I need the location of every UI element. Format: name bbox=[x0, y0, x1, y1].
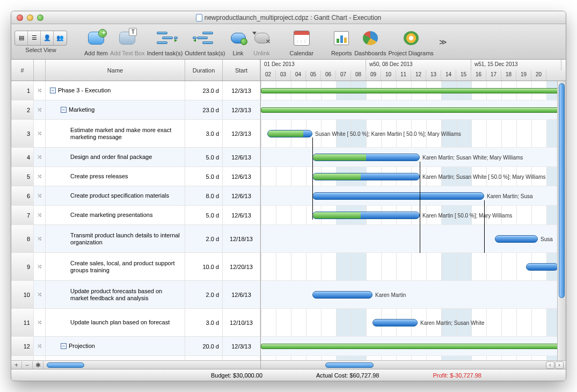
task-name-cell[interactable]: −Projection bbox=[46, 337, 185, 355]
task-row[interactable]: 1⤭−Phase 3 - Execution23.0 d12/3/13 bbox=[11, 81, 260, 100]
outdent-button[interactable]: ◂ Outdent task(s) bbox=[185, 27, 225, 56]
collapse-toggle[interactable]: − bbox=[61, 343, 67, 349]
task-duration[interactable]: 20.0 d bbox=[185, 356, 223, 360]
task-duration[interactable]: 3.0 d bbox=[185, 309, 223, 336]
row-flags-icon[interactable]: ⤭ bbox=[34, 120, 46, 147]
timeline-row[interactable]: Karen Martin; Susan White; Mary Williams bbox=[261, 148, 566, 167]
timeline-row[interactable]: Karen Martin; Susan White [ 50.0 %]; Mar… bbox=[261, 167, 566, 186]
summary-bar[interactable] bbox=[261, 107, 561, 113]
timeline-row[interactable] bbox=[261, 81, 566, 100]
window-minimize-button[interactable] bbox=[27, 14, 33, 21]
vertical-scrollbar[interactable] bbox=[557, 81, 566, 360]
indent-button[interactable]: ▸ Indent task(s) bbox=[147, 27, 183, 56]
task-bar[interactable]: Karen Martin; Susa bbox=[312, 192, 484, 200]
timeline-row[interactable] bbox=[261, 356, 566, 360]
task-row[interactable]: 8⤭Transmit product launch details to int… bbox=[11, 225, 260, 253]
task-bar[interactable]: Karen Martin; Susan White [ 50.0 %]; Mar… bbox=[312, 173, 420, 180]
add-text-box-button[interactable]: Add Text Box bbox=[110, 27, 145, 56]
select-view-segmented[interactable]: ▤ ☰ 👤 👥 bbox=[14, 31, 67, 46]
project-diagrams-button[interactable]: Project Diagrams bbox=[388, 27, 433, 56]
row-flags-icon[interactable]: ⤭ bbox=[34, 253, 46, 280]
task-row[interactable]: 5⤭Create press releases5.0 d12/6/13 bbox=[11, 167, 260, 186]
grid-options-button[interactable]: ✱ bbox=[33, 361, 43, 369]
task-bar[interactable]: Susa bbox=[495, 235, 538, 243]
task-duration[interactable]: 5.0 d bbox=[185, 148, 223, 166]
view-icon-list[interactable]: ☰ bbox=[28, 31, 41, 45]
row-flags-icon[interactable]: ⤭ bbox=[34, 148, 46, 166]
task-row[interactable]: 7⤭Create marketing presentations5.0 d12/… bbox=[11, 206, 260, 225]
task-duration[interactable]: 20.0 d bbox=[185, 337, 223, 355]
task-duration[interactable]: 2.0 d bbox=[185, 225, 223, 252]
task-start[interactable]: 12/6/13 bbox=[223, 148, 260, 166]
window-close-button[interactable] bbox=[17, 14, 23, 21]
row-flags-icon[interactable]: ⤭ bbox=[34, 186, 46, 205]
task-start[interactable]: 12/6/13 bbox=[223, 186, 260, 205]
add-item-button[interactable]: Add Item bbox=[84, 27, 108, 56]
task-name-cell[interactable]: −Phase 3 - Execution bbox=[46, 81, 185, 100]
task-start[interactable]: 12/3/13 bbox=[223, 337, 260, 355]
task-name-cell[interactable]: −Marketing bbox=[46, 100, 185, 119]
task-name-cell[interactable]: Create sales, local, and product support… bbox=[46, 253, 185, 280]
task-start[interactable]: 12/3/13 bbox=[223, 356, 260, 360]
task-bar[interactable]: Karen Martin bbox=[312, 291, 373, 299]
task-row[interactable]: 13⤭Complete and test product20.0 d12/3/1… bbox=[11, 356, 260, 360]
task-start[interactable]: 12/3/13 bbox=[223, 100, 260, 119]
vscroll-thumb[interactable] bbox=[559, 83, 565, 298]
timeline-row[interactable]: Karen Martin; Susa bbox=[261, 186, 566, 206]
view-icon-person[interactable]: 👤 bbox=[41, 31, 54, 45]
header-num[interactable]: # bbox=[11, 60, 34, 81]
task-duration[interactable]: 3.0 d bbox=[185, 120, 223, 147]
toolbar-overflow-button[interactable]: ≫ bbox=[436, 38, 450, 46]
collapse-toggle[interactable]: − bbox=[61, 107, 67, 113]
task-start[interactable]: 12/3/13 bbox=[223, 120, 260, 147]
task-row[interactable]: 12⤭−Projection20.0 d12/3/13 bbox=[11, 337, 260, 356]
dashboards-button[interactable]: Dashboards bbox=[354, 27, 386, 56]
task-row[interactable]: 9⤭Create sales, local, and product suppo… bbox=[11, 253, 260, 281]
task-name-cell[interactable]: Create product specification materials bbox=[46, 186, 185, 205]
timeline-row[interactable]: Susa bbox=[261, 225, 566, 253]
task-row[interactable]: 10⤭Update product forecasts based on mar… bbox=[11, 281, 260, 309]
task-row[interactable]: 6⤭Create product specification materials… bbox=[11, 186, 260, 206]
task-duration[interactable]: 5.0 d bbox=[185, 167, 223, 186]
task-start[interactable]: 12/3/13 bbox=[223, 81, 260, 100]
header-duration[interactable]: Duration bbox=[185, 60, 223, 81]
link-button[interactable]: Link bbox=[228, 27, 249, 56]
timeline-row[interactable]: Karen Martin bbox=[261, 281, 566, 309]
header-name[interactable]: Name bbox=[46, 60, 185, 81]
zoom-in-button[interactable]: › bbox=[555, 361, 564, 369]
reports-button[interactable]: Reports bbox=[331, 27, 352, 56]
task-duration[interactable]: 10.0 d bbox=[185, 253, 223, 280]
timeline-hscroll-thumb[interactable] bbox=[325, 362, 374, 368]
task-row[interactable]: 11⤭Update launch plan based on forecast3… bbox=[11, 309, 260, 337]
row-flags-icon[interactable]: ⤭ bbox=[34, 337, 46, 355]
timeline-row[interactable] bbox=[261, 253, 566, 281]
task-duration[interactable]: 5.0 d bbox=[185, 206, 223, 224]
timeline-row[interactable]: Susan White [ 50.0 %]; Karen Martin [ 50… bbox=[261, 120, 566, 148]
task-duration[interactable]: 8.0 d bbox=[185, 186, 223, 205]
remove-row-button[interactable]: − bbox=[22, 361, 33, 369]
task-start[interactable]: 12/6/13 bbox=[223, 206, 260, 224]
summary-bar[interactable] bbox=[261, 88, 561, 93]
task-name-cell[interactable]: Transmit product launch details to inter… bbox=[46, 225, 185, 252]
row-flags-icon[interactable]: ⤭ bbox=[34, 206, 46, 224]
row-flags-icon[interactable]: ⤭ bbox=[34, 81, 46, 100]
task-row[interactable]: 2⤭−Marketing23.0 d12/3/13 bbox=[11, 100, 260, 120]
task-start[interactable]: 12/10/13 bbox=[223, 309, 260, 336]
header-start[interactable]: Start bbox=[223, 60, 260, 81]
timeline-row[interactable]: Karen Martin; Susan White bbox=[261, 309, 566, 337]
task-bar[interactable]: Karen Martin; Susan White bbox=[373, 319, 418, 326]
task-name-cell[interactable]: Update product forecasts based on market… bbox=[46, 281, 185, 308]
grid-hscroll-thumb[interactable] bbox=[47, 362, 84, 368]
task-bar[interactable]: Karen Martin [ 50.0 %]; Mary Williams bbox=[312, 212, 420, 219]
task-bar[interactable]: Susan White [ 50.0 %]; Karen Martin [ 50… bbox=[267, 130, 312, 137]
timeline-row[interactable] bbox=[261, 100, 566, 120]
task-name-cell[interactable]: Complete and test product bbox=[46, 356, 185, 360]
collapse-toggle[interactable]: − bbox=[50, 88, 56, 93]
task-name-cell[interactable]: Create press releases bbox=[46, 167, 185, 186]
task-start[interactable]: 12/6/13 bbox=[223, 281, 260, 308]
view-icon-folder[interactable]: ▤ bbox=[15, 31, 28, 45]
row-flags-icon[interactable]: ⤭ bbox=[34, 167, 46, 186]
row-flags-icon[interactable]: ⤭ bbox=[34, 356, 46, 360]
task-bar[interactable] bbox=[526, 263, 558, 271]
task-duration[interactable]: 2.0 d bbox=[185, 281, 223, 308]
